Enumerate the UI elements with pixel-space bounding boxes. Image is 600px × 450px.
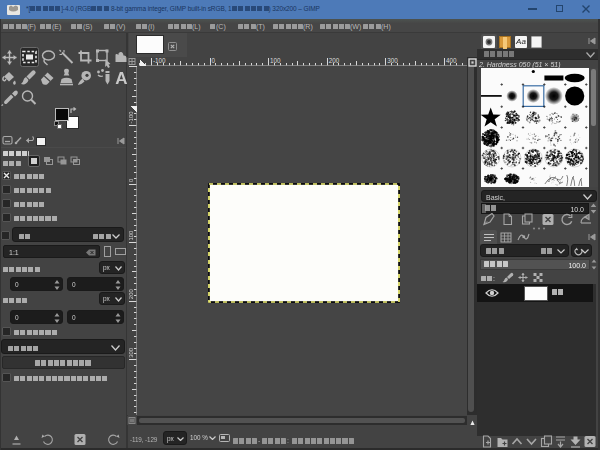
svg-text:-100: -100: [128, 111, 134, 124]
svg-text:A: A: [115, 69, 127, 88]
svg-text:0: 0: [212, 57, 216, 64]
svg-text:300: 300: [128, 347, 134, 358]
svg-text:300: 300: [387, 57, 398, 64]
svg-text:200: 200: [128, 289, 134, 300]
svg-text:400: 400: [446, 57, 457, 64]
svg-text:200: 200: [329, 57, 340, 64]
svg-text:100: 100: [270, 57, 281, 64]
svg-text:-100: -100: [153, 57, 166, 64]
svg-text:100: 100: [128, 230, 134, 241]
